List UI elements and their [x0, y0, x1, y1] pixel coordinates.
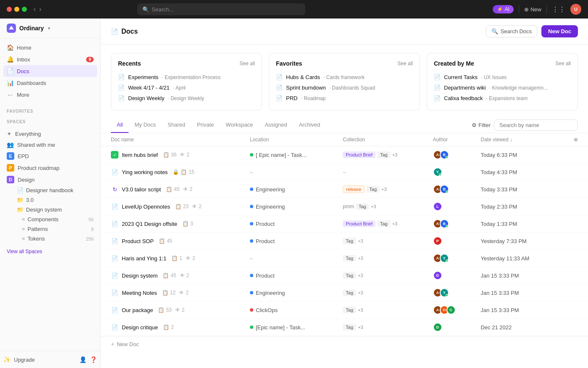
collection-tag-gray[interactable]: Tag [343, 307, 356, 313]
collection-plus[interactable]: +3 [358, 273, 363, 278]
table-row[interactable]: 📄2023 Q1 Design offsite📋3ProductProduct … [101, 215, 588, 233]
new-doc-button[interactable]: New Doc [541, 25, 578, 37]
collection-plus[interactable]: +3 [358, 290, 363, 295]
collection-plus[interactable]: +3 [358, 238, 363, 244]
collection-tag-purple[interactable]: Product Brief [343, 220, 375, 227]
sidebar-item-more[interactable]: ··· More [3, 89, 97, 101]
search-docs-button[interactable]: 🔍 Search Docs [486, 25, 537, 37]
collection-plus[interactable]: +3 [358, 325, 363, 330]
sidebar-item-epd[interactable]: E EPD [3, 150, 97, 162]
collection-tag-orange[interactable]: release [343, 185, 365, 193]
date-cell: Today 4:33 PM··· [474, 164, 567, 181]
tab-archived[interactable]: Archived [293, 117, 326, 133]
created-see-all[interactable]: See all [555, 61, 571, 66]
doc-name: Our package [122, 307, 153, 313]
sidebar-sub-components[interactable]: ≡ Components 56 [3, 214, 97, 224]
sidebar-item-shared[interactable]: 👥 Shared with me [3, 139, 97, 150]
table-row[interactable]: 📄Meeting Notes📋12👁2EngineeringTag+3AYJan… [101, 284, 588, 302]
collection-plus[interactable]: +3 [358, 307, 363, 312]
sidebar-sub-tokens[interactable]: ≡ Tokens 256 [3, 234, 97, 244]
created-item-2[interactable]: 📄 Calixa feedback · Expansions team [434, 93, 571, 103]
recents-see-all[interactable]: See all [239, 61, 255, 66]
sidebar-sub-design-system[interactable]: 📁 Design system [3, 205, 97, 214]
grid-icon[interactable]: ⋮⋮ [552, 5, 565, 13]
workspace-header[interactable]: Ordinary ▾ [0, 19, 100, 38]
tab-shared[interactable]: Shared [162, 117, 191, 133]
collection-plus[interactable]: +3 [358, 256, 363, 261]
add-new-doc-row[interactable]: + New Doc [101, 336, 588, 352]
table-row[interactable]: 📄Design system📋45👁2ProductTag+3DJan 15 3… [101, 267, 588, 284]
tab-private[interactable]: Private [191, 117, 220, 133]
collection-plus[interactable]: +3 [371, 204, 376, 209]
maximize-window-btn[interactable] [22, 7, 27, 12]
table-row[interactable]: 📄Design critique📋2[Epic name] - Task...T… [101, 319, 588, 336]
sidebar-item-design[interactable]: D Design [3, 174, 97, 185]
collection-tag-gray[interactable]: Tag [356, 203, 369, 210]
collection-tag-gray[interactable]: Tag [343, 255, 356, 262]
recent-item-2[interactable]: 📄 Design Weekly · Design Weekly [118, 93, 255, 103]
sidebar-sub-patterns[interactable]: ≡ Patterns 8 [3, 224, 97, 234]
collection-tag-gray[interactable]: Tag [366, 186, 380, 193]
collection-plus[interactable]: +3 [392, 221, 398, 226]
table-row[interactable]: 📄Haris and Ying 1:1📋1👁2–Tag+3AYYesterday… [101, 250, 588, 267]
sidebar-item-docs[interactable]: 📄 Docs ··· [3, 65, 97, 77]
tab-all[interactable]: All [111, 117, 129, 133]
global-search-bar[interactable]: 🔍 Search... [137, 3, 305, 15]
table-row[interactable]: ✓Item hubs brief📋36👁2[ Epic name] - Task… [101, 146, 588, 164]
user-avatar[interactable]: U [570, 4, 581, 15]
search-by-name-input[interactable] [494, 119, 578, 131]
shared-label: Shared with me [17, 142, 55, 148]
collection-tag-gray[interactable]: Tag [377, 220, 391, 227]
created-item-1[interactable]: 📄 Departments wiki · Knowledge managemn.… [434, 82, 571, 93]
tab-assigned[interactable]: Assigned [259, 117, 293, 133]
collection-tag-purple[interactable]: Product Brief [343, 151, 375, 158]
collection-plus[interactable]: +3 [381, 187, 387, 192]
online-indicator [439, 173, 441, 176]
add-col-icon[interactable]: ⊕ [574, 137, 578, 143]
fav-item-1[interactable]: 📄 Sprint burndown · Dashboards Squad [276, 82, 413, 93]
table-row[interactable]: 📄Product SOP📋45ProductTag+3PYesterday 7:… [101, 233, 588, 250]
upgrade-label[interactable]: Upgrade [14, 357, 35, 363]
view-all-spaces-link[interactable]: View all Spaces [0, 247, 100, 258]
collection-tag-gray[interactable]: Tag [343, 272, 356, 279]
collection-plus[interactable]: +3 [392, 152, 398, 157]
back-icon[interactable]: ‹ [34, 5, 36, 13]
created-item-0[interactable]: 📄 Current Tasks · UX Issues [434, 72, 571, 82]
collection-tag-gray[interactable]: Tag [343, 289, 356, 296]
minimize-window-btn[interactable] [14, 7, 19, 12]
ai-badge[interactable]: ⚡ AI [493, 5, 514, 13]
add-user-icon[interactable]: 👤 [79, 356, 87, 363]
collection-tag-gray[interactable]: Tag [343, 324, 356, 331]
titlebar-new-button[interactable]: ⊕ New [524, 6, 541, 13]
favorites-see-all[interactable]: See all [397, 61, 413, 66]
table-row[interactable]: 📄LevelUp Opennotes📋23👁2EngineeringpmmTag… [101, 198, 588, 215]
sidebar-sub-30[interactable]: 📁 3.0 [3, 195, 97, 205]
date-cell: Jan 15 3:33 PM··· [474, 284, 567, 302]
filter-button[interactable]: ⚙ Filter [472, 122, 491, 128]
author-cell: AB [426, 215, 474, 233]
help-icon[interactable]: ❓ [90, 356, 97, 363]
sidebar-sub-designer-handbook[interactable]: 📄 Designer handbook [3, 185, 97, 195]
col-date-viewed[interactable]: Date viewed ↓ [474, 133, 567, 146]
sidebar-item-dashboards[interactable]: 📊 Dashboards [3, 77, 97, 89]
table-row[interactable]: 📄Our package📋53👁2ClickOpsTag+3AOCJan 15 … [101, 302, 588, 319]
sidebar-item-inbox[interactable]: 🔔 Inbox 9 [3, 53, 97, 65]
collection-tag-gray[interactable]: Tag [377, 151, 391, 158]
sidebar-item-everything[interactable]: ✦ Everything [3, 128, 97, 139]
forward-icon[interactable]: › [39, 5, 41, 13]
svg-marker-0 [9, 26, 14, 29]
table-row[interactable]: 📄Ying working notes🔒📋15––YToday 4:33 PM·… [101, 164, 588, 181]
collection-tag-gray[interactable]: Tag [343, 238, 356, 244]
tab-workspace[interactable]: Workspace [220, 117, 259, 133]
author-cell: P [426, 233, 474, 250]
recent-item-1[interactable]: 📄 Week 4/17 - 4/21 · April [118, 82, 255, 93]
sidebar-item-home[interactable]: 🏠 Home [3, 42, 97, 53]
tab-my-docs[interactable]: My Docs [129, 117, 162, 133]
fav-item-0[interactable]: 📄 Hubs & Cards · Cards framework [276, 72, 413, 82]
recent-item-0[interactable]: 📄 Experiments · Experimentation Process [118, 72, 255, 82]
fav-item-2[interactable]: 📄 PRD · Roadmap [276, 93, 413, 103]
close-window-btn[interactable] [7, 7, 12, 12]
col-add[interactable]: ⊕ [567, 133, 588, 146]
table-row[interactable]: ↻V3.0 tailor script📋45👁2Engineeringrelea… [101, 181, 588, 198]
sidebar-item-product[interactable]: P Product roadmap [3, 162, 97, 174]
